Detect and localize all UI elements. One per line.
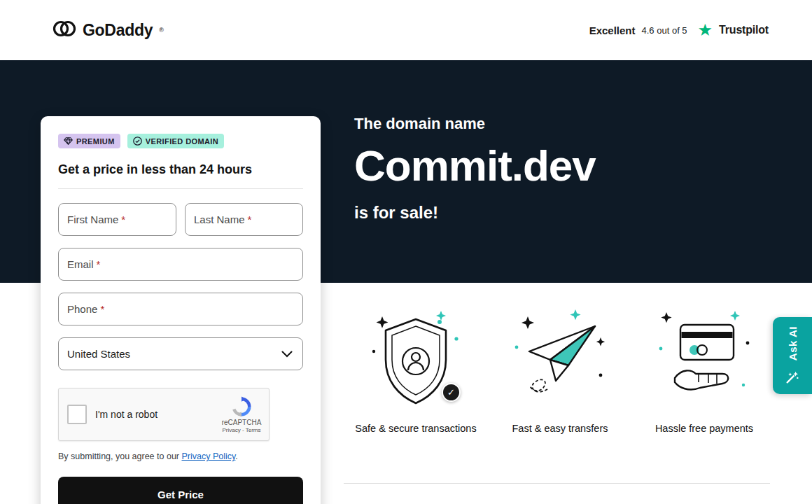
recaptcha-checkbox[interactable]	[67, 405, 87, 424]
hero-for-sale: is for sale!	[354, 203, 596, 223]
required-asterisk: *	[100, 303, 104, 315]
check-circle-icon	[133, 136, 142, 146]
feature-fast-transfers: Fast & easy transfers	[488, 307, 632, 434]
logo-registered-mark: ®	[159, 27, 164, 34]
trustpilot-excellent-label: Excellent	[589, 24, 636, 36]
recaptcha-logo-icon	[231, 396, 252, 417]
recaptcha-links: Privacy - Terms	[223, 427, 261, 433]
section-divider	[344, 483, 770, 484]
first-name-label: First Name	[67, 214, 118, 225]
email-label: Email	[67, 258, 94, 270]
magic-wand-icon	[785, 370, 800, 385]
trustpilot-rating[interactable]: Excellent 4.6 out of 5 ★ Trustpilot	[589, 22, 769, 38]
verified-domain-badge: VERIFIED DOMAIN	[127, 134, 224, 148]
feature-label: Hassle free payments	[632, 423, 776, 434]
page: GoDaddy® Excellent 4.6 out of 5 ★ Trustp…	[0, 0, 812, 504]
features-row: ✓ Safe & secure transactions Fast & eas	[344, 307, 776, 434]
inquiry-form-card: PREMIUM VERIFIED DOMAIN Get a price in l…	[41, 116, 321, 504]
godaddy-logo-icon	[52, 18, 76, 42]
disclaimer-period: .	[235, 451, 237, 461]
ask-ai-label: Ask AI	[787, 326, 799, 360]
country-select[interactable]: United States	[58, 337, 303, 370]
godaddy-logo[interactable]: GoDaddy®	[52, 18, 164, 42]
recaptcha-brand: reCAPTCHA	[222, 419, 262, 426]
recaptcha-label: I'm not a robot	[95, 409, 221, 420]
phone-field[interactable]: Phone *	[58, 293, 303, 326]
domain-name: Commit.dev	[354, 144, 596, 188]
submit-disclaimer: By submitting, you agree to our Privacy …	[58, 451, 303, 461]
paper-plane-illustration	[511, 307, 609, 413]
shield-illustration: ✓	[367, 307, 465, 413]
hand-card-illustration	[655, 307, 753, 413]
get-price-button[interactable]: Get Price	[58, 477, 303, 504]
trustpilot-star-icon: ★	[698, 22, 713, 38]
ask-ai-button[interactable]: Ask AI	[773, 317, 812, 394]
chevron-down-icon	[281, 351, 293, 358]
hero-text: The domain name Commit.dev is for sale!	[354, 115, 596, 223]
header: GoDaddy® Excellent 4.6 out of 5 ★ Trustp…	[0, 0, 812, 60]
recaptcha-logo-block: reCAPTCHA Privacy - Terms	[221, 396, 262, 433]
verified-check-badge: ✓	[442, 383, 461, 402]
feature-label: Fast & easy transfers	[488, 423, 632, 434]
name-fields-row: First Name * Last Name *	[58, 203, 303, 248]
feature-label: Safe & secure transactions	[344, 423, 488, 434]
trustpilot-score: 4.6 out of 5	[642, 25, 687, 36]
form-title: Get a price in less than 24 hours	[58, 162, 303, 177]
feature-safe-secure: ✓ Safe & secure transactions	[344, 307, 488, 434]
phone-label: Phone	[67, 303, 97, 315]
required-asterisk: *	[248, 214, 252, 225]
hero-subtitle: The domain name	[354, 115, 596, 133]
last-name-label: Last Name	[194, 214, 245, 225]
first-name-field[interactable]: First Name *	[58, 203, 176, 236]
country-select-value: United States	[67, 348, 130, 360]
last-name-field[interactable]: Last Name *	[185, 203, 303, 236]
verified-badge-label: VERIFIED DOMAIN	[146, 137, 218, 146]
logo-text: GoDaddy	[83, 21, 153, 40]
trustpilot-brand: Trustpilot	[719, 24, 769, 36]
premium-badge-label: PREMIUM	[76, 137, 115, 146]
email-field[interactable]: Email *	[58, 248, 303, 281]
privacy-policy-link[interactable]: Privacy Policy	[181, 451, 235, 461]
required-asterisk: *	[97, 258, 101, 270]
disclaimer-text: By submitting, you agree to our	[58, 451, 181, 461]
card-divider	[58, 188, 303, 189]
diamond-icon	[64, 137, 73, 145]
badges-row: PREMIUM VERIFIED DOMAIN	[58, 134, 303, 148]
recaptcha-privacy-link[interactable]: Privacy	[223, 427, 241, 433]
premium-badge: PREMIUM	[58, 134, 120, 148]
recaptcha-widget: I'm not a robot reCAPTCHA Privacy - Term…	[58, 388, 270, 441]
required-asterisk: *	[121, 214, 125, 225]
feature-hassle-free: Hassle free payments	[632, 307, 776, 434]
recaptcha-terms-link[interactable]: Terms	[246, 427, 261, 433]
recaptcha-links-separator: -	[241, 427, 246, 433]
